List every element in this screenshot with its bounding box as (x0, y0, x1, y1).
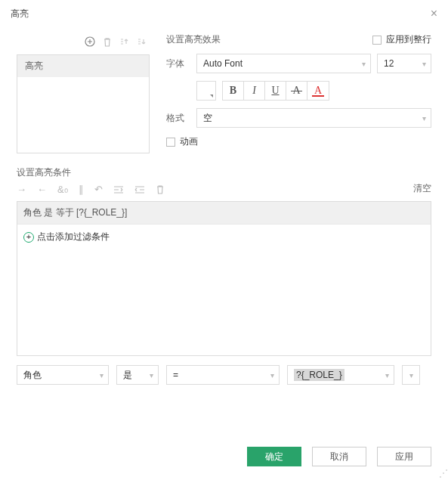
delete-icon[interactable] (103, 37, 112, 47)
font-select[interactable]: Auto Font▾ (196, 54, 371, 73)
sort-asc-icon (119, 37, 129, 47)
format-buttons: B I U A A (222, 81, 329, 101)
highlight-item[interactable]: 高亮 (17, 55, 149, 77)
strike-button[interactable]: A (286, 82, 307, 100)
op1-select[interactable]: 是▾ (116, 365, 159, 385)
ok-button[interactable]: 确定 (247, 447, 301, 466)
apply-row-checkbox[interactable]: 应用到整行 (372, 33, 431, 46)
cancel-button[interactable]: 取消 (312, 447, 366, 466)
delete-condition-icon[interactable] (156, 184, 165, 194)
link-icon[interactable]: &₀ (57, 184, 68, 195)
checkbox-icon (166, 138, 175, 147)
condition-list: 角色 是 等于 [?{_ROLE_}] + 点击添加过滤条件 (17, 201, 431, 356)
indent-out-icon[interactable] (134, 185, 145, 194)
italic-button[interactable]: I (244, 82, 265, 100)
animation-checkbox[interactable]: 动画 (166, 135, 198, 148)
chevron-down-icon: ▾ (385, 371, 389, 379)
chevron-down-icon: ▾ (100, 371, 104, 379)
font-label: 字体 (166, 57, 196, 70)
add-filter-button[interactable]: + 点击添加过滤条件 (17, 225, 431, 249)
indent-in-icon[interactable] (113, 185, 124, 194)
undo-icon[interactable]: ← (37, 184, 47, 195)
chevron-down-icon: ▾ (422, 60, 426, 68)
effect-section-label: 设置高亮效果 (166, 33, 221, 46)
condition-row[interactable]: 角色 是 等于 [?{_ROLE_}] (17, 202, 431, 225)
chevron-down-icon: ▾ (422, 114, 426, 122)
font-size-select[interactable]: 12▾ (377, 54, 431, 73)
bold-button[interactable]: B (223, 82, 244, 100)
format-select[interactable]: 空▾ (196, 108, 431, 128)
condition-section-label: 设置高亮条件 (17, 166, 165, 179)
close-icon[interactable]: × (431, 7, 437, 20)
chevron-down-icon: ▾ (270, 371, 274, 379)
highlight-list[interactable]: 高亮 (17, 54, 150, 153)
resize-handle-icon[interactable]: ⋰ (439, 468, 446, 478)
op2-select[interactable]: =▾ (166, 365, 280, 385)
chevron-down-icon: ▾ (409, 371, 413, 379)
plus-circle-icon: + (23, 232, 34, 243)
add-icon[interactable] (85, 36, 95, 47)
sort-desc-icon (137, 37, 147, 47)
apply-button[interactable]: 应用 (377, 447, 431, 466)
separator-icon: ∥ (79, 184, 84, 195)
column-select[interactable]: 角色▾ (17, 365, 109, 385)
chevron-down-icon: ▾ (150, 371, 153, 379)
underline-button[interactable]: U (265, 82, 286, 100)
bg-color-picker[interactable] (196, 81, 216, 101)
font-color-button[interactable]: A (307, 82, 329, 100)
checkbox-icon (372, 36, 382, 45)
revert-icon[interactable]: ↶ (94, 184, 103, 195)
format-label: 格式 (166, 112, 196, 125)
clear-button[interactable]: 清空 (413, 182, 431, 195)
dialog-title: 高亮 (11, 8, 29, 20)
redo-icon[interactable]: → (17, 184, 26, 195)
value-input[interactable]: ?{_ROLE_}▾ (287, 365, 394, 385)
more-select[interactable]: ▾ (402, 365, 420, 385)
chevron-down-icon: ▾ (362, 60, 366, 68)
